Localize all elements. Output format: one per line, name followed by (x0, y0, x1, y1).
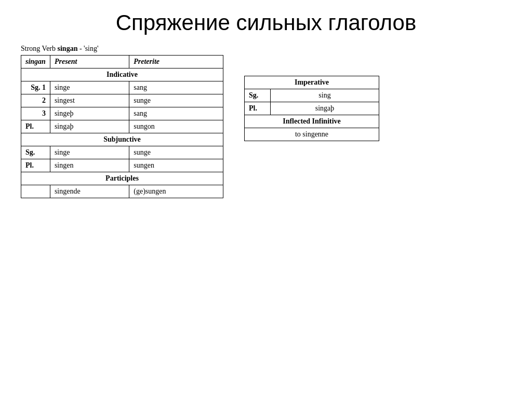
imperative-label: Imperative (245, 76, 379, 89)
subtitle: Strong Verb singan - 'sing' (21, 45, 99, 53)
sg3-row: 3 singeþ sang (21, 107, 223, 120)
pl-present: singaþ (50, 120, 129, 133)
subj-pl-preterite: sungen (129, 159, 223, 172)
participles-row: singende (ge)sungen (21, 185, 223, 198)
subj-sg-label: Sg. (21, 146, 50, 159)
sg3-label: 3 (21, 107, 50, 120)
imp-sg-value: sing (271, 89, 379, 102)
col1-header: singan (21, 56, 50, 68)
sg3-preterite: sang (129, 107, 223, 120)
sg1-label: Sg. 1 (21, 81, 50, 94)
imp-sg-row: Sg. sing (245, 89, 379, 102)
imp-pl-value: singaþ (271, 102, 379, 115)
pl-label: Pl. (21, 120, 50, 133)
subjunctive-label: Subjunctive (21, 133, 223, 146)
sg2-row: 2 singest sunge (21, 94, 223, 107)
subj-pl-label: Pl. (21, 159, 50, 172)
inf-value: to singenne (245, 128, 379, 141)
indicative-label: Indicative (21, 68, 223, 81)
table-header-row: singan Present Preterite (21, 56, 223, 68)
inf-value-row: to singenne (245, 128, 379, 141)
subj-sg-preterite: sunge (129, 146, 223, 159)
sg1-preterite: sang (129, 81, 223, 94)
right-section: Imperative Sg. sing Pl. singaþ Inflected… (244, 76, 379, 141)
pl-preterite: sungon (129, 120, 223, 133)
indicative-header-row: Indicative (21, 68, 223, 81)
sg1-present: singe (50, 81, 129, 94)
col3-header: Preterite (129, 56, 223, 68)
page-title: Спряжение сильных глаголов (21, 10, 511, 35)
imperative-table: Imperative Sg. sing Pl. singaþ Inflected… (244, 76, 379, 141)
sg2-present: singest (50, 94, 129, 107)
subj-pl-row: Pl. singen sungen (21, 159, 223, 172)
part-label (21, 185, 50, 198)
imp-pl-label: Pl. (245, 102, 271, 115)
imp-pl-row: Pl. singaþ (245, 102, 379, 115)
imp-sg-label: Sg. (245, 89, 271, 102)
subj-sg-row: Sg. singe sunge (21, 146, 223, 159)
inf-header-row: Inflected Infinitive (245, 115, 379, 128)
subj-pl-present: singen (50, 159, 129, 172)
part-present: singende (50, 185, 129, 198)
sg2-preterite: sunge (129, 94, 223, 107)
main-table: singan Present Preterite Indicative Sg. … (21, 55, 223, 198)
sg3-present: singeþ (50, 107, 129, 120)
sg1-row: Sg. 1 singe sang (21, 81, 223, 94)
col2-header: Present (50, 56, 129, 68)
content-area: Strong Verb singan - 'sing' singan Prese… (21, 45, 511, 198)
subjunctive-header-row: Subjunctive (21, 133, 223, 146)
part-preterite: (ge)sungen (129, 185, 223, 198)
inf-header-label: Inflected Infinitive (245, 115, 379, 128)
left-section: Strong Verb singan - 'sing' singan Prese… (21, 45, 223, 198)
subj-sg-present: singe (50, 146, 129, 159)
participles-label: Participles (21, 172, 223, 185)
subtitle-prefix: Strong Verb (21, 45, 58, 52)
pl-row: Pl. singaþ sungon (21, 120, 223, 133)
participles-header-row: Participles (21, 172, 223, 185)
subtitle-gloss: - 'sing' (77, 45, 98, 52)
subtitle-verb: singan (58, 45, 78, 52)
imperative-header-row: Imperative (245, 76, 379, 89)
sg2-label: 2 (21, 94, 50, 107)
